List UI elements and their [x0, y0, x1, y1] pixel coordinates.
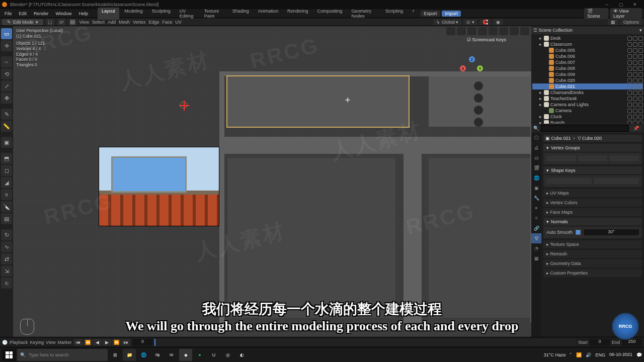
uv-maps-section[interactable]: ▸ UV Maps	[543, 189, 642, 197]
properties-search-input[interactable]	[541, 125, 628, 132]
timeline-track[interactable]	[154, 339, 576, 346]
bevel-tool[interactable]: ◢	[1, 177, 12, 188]
edge-app-icon[interactable]: 🌐	[137, 349, 150, 361]
orientation-select[interactable]: ↳ Global ▾	[433, 19, 461, 25]
outliner-item[interactable]: Cube.005	[532, 47, 643, 53]
rip-tool[interactable]: ⎋	[1, 278, 12, 289]
auto-smooth-angle[interactable]: 30°	[584, 229, 639, 235]
mode-select[interactable]: ✎ Edit Mode ▾	[2, 19, 43, 25]
rotate-tool[interactable]: ⟲	[1, 68, 12, 79]
geometry-data-section[interactable]: ▸ Geometry Data	[543, 259, 642, 267]
network-icon[interactable]: 📶	[576, 352, 582, 357]
ptab-scene[interactable]: 🎬	[531, 163, 541, 173]
edge-slide-tool[interactable]: ⇄	[1, 253, 12, 264]
camera-view-icon[interactable]	[474, 106, 483, 115]
play-reverse-button[interactable]: ◀	[93, 339, 102, 346]
taskbar-clock[interactable]: 06-10-2021	[609, 352, 632, 357]
outliner-filter-icon[interactable]: ▾	[639, 28, 642, 33]
ptab-object[interactable]: ▣	[531, 183, 541, 193]
outliner-item[interactable]: Cube.008	[532, 65, 643, 71]
prev-key-button[interactable]: ⏪	[83, 339, 92, 346]
tab-layout[interactable]: Layout	[98, 8, 119, 20]
ptab-texture[interactable]: ▦	[531, 253, 541, 263]
knife-tool[interactable]: 🔪	[1, 201, 12, 212]
outliner-item[interactable]: Cube.021	[532, 83, 643, 89]
unreal-app-icon[interactable]: U	[207, 349, 220, 361]
move-tool[interactable]: ↔	[1, 56, 12, 67]
snap-toggle[interactable]: 🧲	[479, 19, 491, 25]
reference-image[interactable]	[99, 147, 219, 226]
keying-menu[interactable]: Keying	[30, 340, 44, 345]
outliner-item[interactable]: Cube.009	[532, 71, 643, 77]
remesh-section[interactable]: ▸ Remesh	[543, 250, 642, 258]
outliner-item[interactable]: ▸Clock	[532, 114, 643, 120]
select-box-tool[interactable]: ▭	[1, 28, 12, 39]
ptab-modifiers[interactable]: 🔧	[531, 193, 541, 203]
ptab-viewlayer[interactable]: 🗂	[531, 153, 541, 163]
xray-toggle[interactable]	[457, 27, 466, 35]
viewport-options[interactable]: Options	[620, 19, 642, 25]
taskbar-search[interactable]: 🔍 Type here to search	[17, 349, 108, 361]
tab-compositing[interactable]: Compositing	[313, 8, 346, 20]
next-key-button[interactable]: ⏩	[112, 339, 121, 346]
annotate-tool[interactable]: ✎	[1, 109, 12, 120]
tab-sculpting[interactable]: Sculpting	[148, 8, 175, 20]
ptab-data[interactable]: ▽	[531, 233, 541, 243]
tab-texture-paint[interactable]: Texture Paint	[200, 8, 227, 20]
render-menu[interactable]: Render	[31, 11, 51, 16]
matprev-shading[interactable]	[510, 27, 519, 35]
tab-shading[interactable]: Shading	[228, 8, 253, 20]
jump-end-button[interactable]: ⏭	[121, 339, 130, 346]
navigation-gizmo[interactable]: X Y Z	[460, 56, 483, 79]
vertex-groups-section[interactable]: ▾ Vertex Groups	[543, 144, 642, 164]
inset-tool[interactable]: ◻	[1, 165, 12, 176]
view-menu-edit[interactable]: View	[79, 20, 89, 25]
auto-smooth-checkbox[interactable]	[576, 230, 581, 235]
chrome-app-icon[interactable]: ◐	[235, 349, 249, 361]
store-app-icon[interactable]: 🛍	[151, 349, 164, 361]
mesh-filter-button[interactable]: ▦	[608, 19, 618, 25]
tab-rendering[interactable]: Rendering	[283, 8, 312, 20]
pin-icon[interactable]: 📌	[630, 125, 642, 131]
language-indicator[interactable]: ENG	[595, 352, 605, 357]
mesh-menu[interactable]: Mesh	[119, 20, 130, 25]
current-frame-field[interactable]: 0	[132, 339, 152, 346]
add-cube-tool[interactable]: ▣	[1, 137, 12, 148]
view-layer-selector[interactable]: 👁 View Layer	[610, 8, 642, 19]
outliner-item[interactable]: Cube.006	[532, 53, 643, 59]
outliner-item[interactable]: ▸Classroom	[532, 41, 643, 47]
outliner-item[interactable]: ▸Desk	[532, 35, 643, 41]
measure-tool[interactable]: 📏	[1, 121, 12, 132]
scale-tool[interactable]: ⤢	[1, 80, 12, 92]
notifications-icon[interactable]: 💬	[636, 352, 642, 357]
vertex-select-icon[interactable]: □	[46, 19, 54, 26]
obs-app-icon[interactable]: ◎	[221, 349, 234, 361]
add-menu[interactable]: Add	[108, 20, 116, 25]
outliner-item[interactable]: Cube.020	[532, 77, 643, 83]
tab-scripting[interactable]: Scripting	[381, 8, 407, 20]
window-menu[interactable]: Window	[53, 11, 74, 16]
mail-app-icon[interactable]: ✉	[165, 349, 178, 361]
rendered-shading[interactable]	[520, 27, 529, 35]
task-view-button[interactable]: ⊞	[109, 349, 122, 361]
spotify-app-icon[interactable]: ●	[193, 349, 206, 361]
shape-keys-section[interactable]: ▾ Shape Keys	[543, 166, 642, 187]
explorer-app-icon[interactable]: 📁	[123, 349, 136, 361]
timeline-view-menu[interactable]: View	[46, 340, 55, 345]
outliner-item[interactable]: ▸ChairsandDesks	[532, 89, 643, 96]
spin-tool[interactable]: ↻	[1, 229, 12, 240]
pivot-select[interactable]: ⊙ ▾	[463, 19, 477, 25]
tab-modeling[interactable]: Modeling	[120, 8, 147, 20]
tab-add[interactable]: +	[408, 8, 419, 20]
cursor-tool[interactable]: ✛	[1, 40, 12, 51]
polybuild-tool[interactable]: ▤	[1, 213, 12, 224]
tab-uv-editing[interactable]: UV Editing	[176, 8, 199, 20]
help-menu[interactable]: Help	[76, 11, 91, 16]
smooth-tool[interactable]: ∿	[1, 241, 12, 252]
ptab-material[interactable]: ◔	[531, 243, 541, 253]
outliner-item[interactable]: Cube.007	[532, 59, 643, 65]
gizmo-z-axis[interactable]: Z	[469, 56, 475, 62]
gizmo-x-axis[interactable]: X	[460, 65, 466, 71]
viewport-3d[interactable]: ✛ User Perspective (Local) (1) Cube.021 …	[13, 26, 531, 337]
edge-select-icon[interactable]: ▱	[57, 19, 65, 26]
